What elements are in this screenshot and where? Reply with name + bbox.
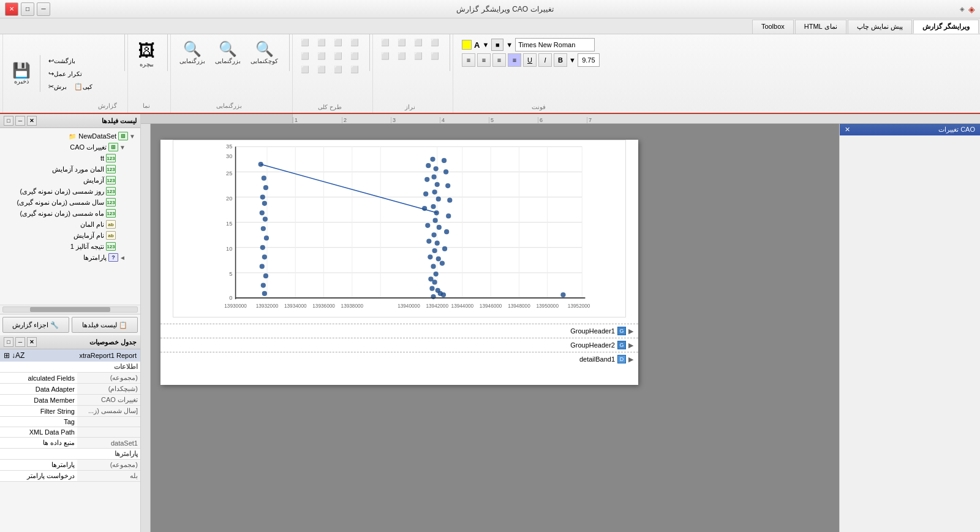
align-right[interactable]: ⬜: [331, 37, 345, 48]
props-row-tag[interactable]: Tag: [0, 417, 140, 427]
tree-item-params[interactable]: ◄ ? پارامترها: [2, 252, 138, 263]
center-v[interactable]: ⬜: [347, 64, 362, 75]
props-row-adapter[interactable]: (شبچکدام) Data Adapter: [0, 384, 140, 395]
props-row-xml[interactable]: XML Data Path: [0, 427, 140, 438]
tree-item-test[interactable]: 123 آزمایش: [2, 175, 138, 186]
color-dropdown[interactable]: ▼: [506, 41, 513, 48]
tree-item-sample-month[interactable]: 123 ماه شمسی (زمان نمونه گیری): [2, 208, 138, 219]
zoom-in-button[interactable]: 🔍 بزرگنمایی: [176, 38, 209, 67]
align-left-btn[interactable]: ≡: [462, 53, 475, 67]
tree-item-tt[interactable]: 123 tt: [2, 153, 138, 164]
size-w[interactable]: ⬜: [331, 50, 345, 62]
props-label-filter: [سال شمسی (ز...: [77, 406, 140, 417]
maximize-button[interactable]: □: [21, 2, 34, 16]
field-tree: ▼ ⊞ NewDataSet 📁 ▼ ⊞ تغییرات CAO 123 tt: [0, 128, 140, 305]
align-right-btn[interactable]: ≡: [492, 53, 506, 67]
detail-band-row[interactable]: ▶ D detailBand1: [160, 352, 638, 366]
canvas-area[interactable]: 0 5 10 15 20 25 30 35 13930000 13932000 …: [151, 124, 839, 532]
sort-group-btn[interactable]: ⊞: [4, 351, 10, 360]
title-bar: ◈ ◈ تغییرات CAO ویرایشگر گزارش ─ □ ✕: [0, 0, 980, 18]
font-color-dropdown[interactable]: ▼: [482, 41, 489, 48]
font-size-input[interactable]: [578, 53, 600, 67]
scroll-thumb[interactable]: [30, 307, 110, 312]
font-name-input[interactable]: [515, 38, 595, 51]
align2-6[interactable]: ⬜: [394, 50, 409, 62]
tree-label-test-element: المان مورد آزمایش: [52, 165, 104, 173]
bold-btn[interactable]: B: [554, 53, 567, 67]
tree-item-analysis[interactable]: 123 نتیجه آنالیز 1: [2, 241, 138, 252]
align-left[interactable]: ⬜: [298, 37, 312, 48]
tree-item-cao[interactable]: ▼ ⊞ تغییرات CAO: [2, 142, 138, 153]
tab-print-preview[interactable]: پیش نمایش چاپ: [848, 20, 912, 34]
align2-3[interactable]: ⬜: [411, 37, 426, 48]
props-pin-btn[interactable]: ✕: [27, 337, 37, 347]
tab-html-view[interactable]: نمای HTML: [795, 20, 846, 34]
sort-az-btn[interactable]: AZ↓: [12, 351, 24, 360]
props-min-btn[interactable]: ─: [15, 337, 25, 347]
align2-8[interactable]: ⬜: [428, 50, 442, 62]
tree-scrollbar[interactable]: [0, 305, 140, 314]
tree-item-dataset[interactable]: ▼ ⊞ NewDataSet 📁: [2, 131, 138, 142]
tab-report-editor[interactable]: ویرایشگر گزارش: [913, 20, 979, 34]
align2-1-icon: ⬜: [381, 39, 390, 47]
svg-point-86: [447, 198, 452, 203]
align2-1[interactable]: ⬜: [378, 37, 393, 48]
tab-toolbox[interactable]: Toolbox: [752, 20, 794, 34]
center-h[interactable]: ⬜: [331, 64, 345, 75]
tree-item-test-element[interactable]: 123 المان مورد آزمایش: [2, 164, 138, 175]
align-center-btn[interactable]: ≡: [477, 53, 491, 67]
undo-button[interactable]: ↩ بازگشت: [45, 55, 78, 67]
tree-item-test-name[interactable]: ab نام آزمایش: [2, 230, 138, 241]
badge-analysis: 123: [106, 242, 116, 251]
align-justify-btn[interactable]: ≡: [508, 53, 521, 67]
right-panel-close[interactable]: ✕: [845, 126, 850, 134]
cut-button[interactable]: ✂ برش: [45, 81, 70, 93]
redo-button[interactable]: ↪ تکرار عمل: [45, 68, 85, 80]
btn-parts[interactable]: 🔧 اجزاء گزارش: [2, 317, 69, 333]
fields-pin-btn[interactable]: ✕: [27, 116, 37, 126]
props-value-params: پارامترها: [0, 460, 77, 471]
align-mid[interactable]: ⬜: [298, 50, 312, 62]
tree-item-element-name[interactable]: ab نام المان: [2, 219, 138, 230]
props-row-filter[interactable]: [سال شمسی (ز... Filter String: [0, 406, 140, 417]
fields-max-btn[interactable]: □: [4, 116, 13, 126]
props-row-req-param[interactable]: بله درخواست پارامتر: [0, 471, 140, 482]
tree-item-sample-year[interactable]: 123 سال شمسی (زمان نمونه گیری): [2, 197, 138, 208]
align-bot[interactable]: ⬜: [314, 50, 329, 62]
picture-button[interactable]: 🖼 بیچره: [133, 38, 160, 70]
props-row-datasource[interactable]: dataSet1 منبع داده ها: [0, 438, 140, 449]
size-h[interactable]: ⬜: [347, 50, 362, 62]
underline-btn[interactable]: U: [523, 53, 537, 67]
props-max-btn[interactable]: □: [4, 337, 13, 347]
svg-point-61: [431, 204, 435, 209]
fields-min-btn[interactable]: ─: [15, 116, 25, 126]
italic-btn[interactable]: I: [538, 53, 552, 67]
align2-7[interactable]: ⬜: [411, 50, 426, 62]
props-row-params[interactable]: (مجموعه) پارامترها: [0, 460, 140, 471]
distribute-h[interactable]: ⬜: [298, 64, 312, 75]
zoom-fit-button[interactable]: 🔍 بزرگنمایی: [211, 38, 244, 67]
color-swatch[interactable]: ■: [491, 39, 503, 51]
save-button[interactable]: 💾 ذخیره: [8, 61, 35, 87]
zoom-out-button[interactable]: 🔍 کوچکنمایی: [247, 38, 282, 67]
group-header-1-row[interactable]: ▶ G GroupHeader1: [160, 324, 638, 338]
align2-5[interactable]: ⬜: [378, 50, 393, 62]
close-button[interactable]: ✕: [5, 2, 18, 16]
props-row-member[interactable]: تغییرات CAO Data Member: [0, 395, 140, 406]
align-top[interactable]: ⬜: [347, 37, 362, 48]
copy-button[interactable]: 📋 کپی: [71, 81, 96, 93]
props-row-calc[interactable]: (مجموعه) alculated Fields: [0, 373, 140, 384]
minimize-button[interactable]: ─: [37, 2, 50, 16]
align2-4[interactable]: ⬜: [428, 37, 442, 48]
svg-point-73: [431, 294, 435, 299]
align-center[interactable]: ⬜: [314, 37, 329, 48]
align2-2[interactable]: ⬜: [394, 37, 409, 48]
badge-element-name: ab: [106, 220, 116, 229]
parts-icon: 🔧: [50, 321, 59, 329]
font-color-bg[interactable]: [462, 40, 472, 50]
btn-fields[interactable]: 📋 لیست فیلدها: [72, 317, 138, 333]
group-header-2-row[interactable]: ▶ G GroupHeader2: [160, 338, 638, 352]
distribute-v[interactable]: ⬜: [314, 64, 329, 75]
tree-item-sample-day[interactable]: 123 روز شمسی (زمان نمونه گیری): [2, 186, 138, 197]
svg-point-83: [425, 223, 430, 228]
